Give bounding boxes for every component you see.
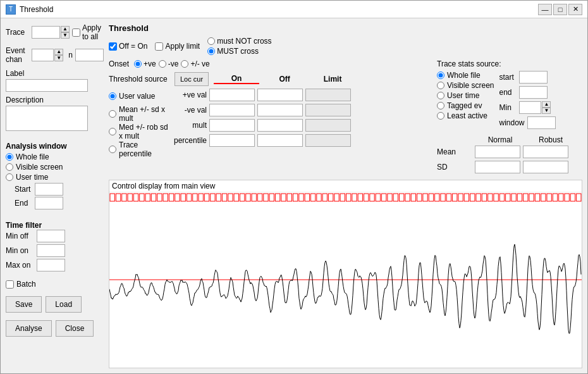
description-textarea[interactable] [6, 106, 88, 131]
loc-cur-button[interactable]: Loc cur [175, 72, 209, 86]
analyse-button[interactable]: Analyse [6, 320, 52, 337]
start-input[interactable]: 0 [35, 183, 63, 196]
apply-limit-label[interactable]: Apply limit [155, 42, 200, 51]
mean-sd-radio[interactable] [109, 110, 116, 118]
max-on-input[interactable]: 100000 [37, 259, 65, 271]
user-time-radio-row: User time [6, 173, 104, 182]
off-pos-val-input[interactable]: 0 [257, 89, 303, 101]
must-not-cross-radio[interactable] [207, 37, 215, 45]
stats-end-input[interactable]: 10 [519, 86, 548, 99]
on-neg-val-input[interactable]: -18 [209, 104, 255, 116]
min-off-input[interactable]: 0 [37, 230, 65, 242]
stats-min-spin-down[interactable]: ▼ [542, 108, 551, 114]
off-neg-val-input[interactable]: -18 [257, 104, 303, 116]
plus-ve-radio[interactable] [134, 60, 142, 68]
title-buttons: — □ ✕ [538, 4, 582, 15]
trace-input[interactable]: 1 [32, 26, 60, 39]
main-content: Trace 1 ▲ ▼ Apply to all Event chan a [1, 18, 587, 373]
stats-whole-file-radio[interactable] [437, 72, 444, 79]
minimize-button[interactable]: — [538, 4, 552, 15]
analysis-window-section: Analysis window Whole file Visible scree… [6, 139, 104, 211]
batch-checkbox[interactable] [6, 280, 14, 289]
stats-visible-screen-radio[interactable] [437, 82, 444, 89]
limit-pos-val-input[interactable]: 54 [305, 89, 351, 101]
on-pct-input[interactable]: 5 [209, 134, 255, 147]
stats-min-spin-up[interactable]: ▲ [542, 101, 551, 108]
off-mult-input[interactable]: 5 [257, 119, 303, 132]
maximize-button[interactable]: □ [553, 4, 567, 15]
off-pct-input[interactable]: 5 [257, 134, 303, 147]
window-input[interactable]: 10 [527, 116, 556, 129]
stats-whole-file-row: Whole file [437, 71, 494, 80]
bottom-buttons-2: Analyse Close [6, 320, 104, 337]
end-row: End 10 [15, 197, 104, 209]
plus-minus-ve-label[interactable]: +/- ve [181, 59, 209, 68]
onset-label: Onset [109, 59, 129, 68]
end-input[interactable]: 10 [35, 197, 63, 209]
signal-canvas [109, 192, 582, 367]
on-pos-val-input[interactable]: 0 [209, 89, 255, 101]
stats-least-active-radio[interactable] [437, 112, 444, 120]
stats-user-time-radio[interactable] [437, 92, 444, 99]
med-rob-radio-row: Med +/- rob sd x mult [109, 124, 172, 139]
mean-sd-radio-row: Mean +/- sd x mult [109, 106, 172, 122]
must-cross-label[interactable]: MUST cross [207, 47, 271, 56]
plus-minus-ve-radio[interactable] [181, 60, 188, 68]
event-chan-spin-down[interactable]: ▼ [54, 55, 63, 61]
must-not-cross-label[interactable]: must NOT cross [207, 37, 271, 46]
waveform-canvas [109, 192, 582, 367]
sd-normal-input[interactable] [475, 161, 520, 173]
apply-limit-checkbox[interactable] [155, 42, 163, 51]
sd-row: SD [437, 161, 582, 173]
med-rob-radio[interactable] [109, 128, 116, 135]
stats-tagged-ev-row: Tagged ev [437, 101, 494, 110]
trace-spin-down[interactable]: ▼ [61, 32, 70, 39]
onset-row: Onset +ve -ve +/- ve [109, 59, 431, 68]
event-chan-row: Event chan a ▲ ▼ n 0 [6, 46, 104, 64]
stats-tagged-ev-radio[interactable] [437, 102, 444, 109]
off-equals-on-label[interactable]: Off = On [109, 42, 147, 51]
mean-normal-input[interactable] [475, 146, 520, 158]
minus-ve-label[interactable]: -ve [159, 59, 179, 68]
n-input[interactable]: 0 [75, 49, 104, 61]
stats-min-input[interactable]: a [519, 101, 541, 114]
limit-pct-input[interactable]: 5 [305, 134, 351, 147]
batch-row: Batch [6, 280, 104, 289]
trace-row: Trace 1 ▲ ▼ Apply to all [6, 23, 104, 41]
min-off-label: Min off [6, 232, 34, 240]
max-on-label: Max on [6, 261, 34, 270]
on-mult-input[interactable]: 5 [209, 119, 255, 132]
label-field-label: Label [6, 69, 104, 78]
plus-ve-label[interactable]: +ve [134, 59, 156, 68]
load-button[interactable]: Load [46, 296, 82, 313]
must-cross-radio[interactable] [207, 47, 215, 55]
label-input[interactable] [6, 79, 88, 92]
event-chan-input[interactable]: a [32, 49, 54, 61]
right-panel: Threshold Off = On Apply limit must NOT … [109, 23, 582, 368]
minus-ve-radio[interactable] [159, 60, 166, 68]
limit-mult-input[interactable]: 6 [305, 119, 351, 132]
user-time-label: User time [16, 173, 48, 182]
user-time-radio[interactable] [6, 173, 13, 181]
visible-screen-radio[interactable] [6, 163, 13, 171]
trace-pct-radio[interactable] [109, 146, 116, 153]
close-window-button[interactable]: ✕ [568, 4, 582, 15]
mult-label: mult [172, 121, 207, 130]
stats-start-input[interactable]: 0 [519, 71, 548, 84]
mean-label: Mean [437, 147, 475, 156]
limit-neg-val-input[interactable]: -54 [305, 104, 351, 116]
apply-to-all-checkbox[interactable] [72, 28, 80, 37]
time-filter-label: Time filter [6, 221, 104, 230]
close-button[interactable]: Close [56, 320, 94, 337]
event-chan-spin-up[interactable]: ▲ [54, 49, 63, 55]
trace-spin-up[interactable]: ▲ [61, 26, 70, 32]
app-icon: T [6, 4, 16, 15]
save-button[interactable]: Save [6, 296, 42, 313]
user-value-radio[interactable] [109, 92, 116, 100]
whole-file-radio[interactable] [6, 153, 13, 161]
mean-robust-input[interactable] [523, 146, 568, 158]
off-equals-on-checkbox[interactable] [109, 42, 117, 51]
min-on-input[interactable]: 0 [37, 244, 65, 257]
apply-to-all-label[interactable]: Apply to all [72, 23, 104, 41]
sd-robust-input[interactable] [523, 161, 568, 173]
